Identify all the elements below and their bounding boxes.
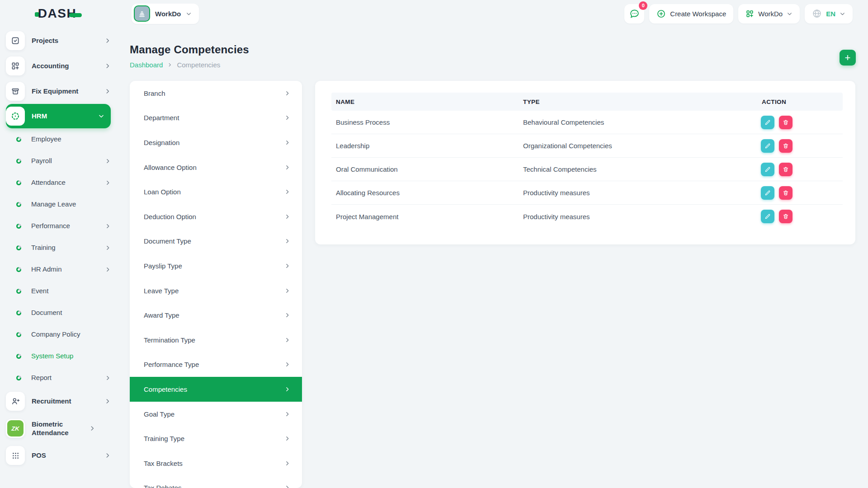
add-competency-button[interactable]: +	[840, 50, 856, 66]
chevron-right-icon	[105, 245, 111, 251]
sidebar-item-attendance[interactable]: Attendance	[6, 172, 111, 193]
setup-item-loan-option[interactable]: Loan Option	[130, 179, 302, 204]
sidebar-item-label: Attendance	[31, 178, 95, 187]
setup-item-training-type[interactable]: Training Type	[130, 426, 302, 451]
sidebar-item-pos[interactable]: POS	[6, 443, 111, 468]
hrm-icon	[6, 107, 25, 126]
messages-button[interactable]: 0	[624, 4, 644, 23]
edit-button[interactable]	[761, 210, 774, 223]
sidebar-item-label: Employee	[31, 135, 111, 144]
chevron-right-icon	[104, 452, 111, 459]
sidebar-item-label: Report	[31, 373, 95, 382]
sidebar-item-company-policy[interactable]: Company Policy	[6, 324, 111, 345]
table-row: Business Process Behavioural Competencie…	[331, 111, 843, 134]
sidebar-item-fix-equipment[interactable]: Fix Equipment	[6, 79, 111, 104]
create-workspace-button[interactable]: Create Workspace	[649, 4, 733, 23]
setup-item-designation[interactable]: Designation	[130, 130, 302, 155]
chevron-down-icon	[186, 11, 192, 17]
setup-item-document-type[interactable]: Document Type	[130, 229, 302, 254]
sidebar-item-hrm[interactable]: HRM	[6, 104, 111, 128]
setup-item-label: Department	[144, 114, 179, 122]
workspace-selector[interactable]: WorkDo	[132, 4, 199, 24]
sidebar-item-performance[interactable]: Performance	[6, 215, 111, 237]
setup-item-branch[interactable]: Branch	[130, 81, 302, 106]
chevron-right-icon	[104, 63, 111, 69]
chevron-right-icon	[284, 164, 290, 170]
chevron-right-icon	[284, 115, 290, 121]
sidebar-item-label: Payroll	[31, 156, 95, 165]
setup-item-label: Deduction Option	[144, 213, 196, 221]
language-selector[interactable]: EN	[805, 4, 853, 23]
dash-logo[interactable]: DASH	[35, 6, 82, 21]
sidebar-item-biometric-attendance[interactable]: ZK Biometric Attendance	[6, 414, 111, 443]
delete-button[interactable]	[779, 186, 793, 200]
chevron-right-icon	[167, 62, 172, 67]
page-title: Manage Competencies	[130, 43, 249, 56]
setup-item-competencies[interactable]: Competencies	[130, 377, 302, 402]
delete-button[interactable]	[779, 116, 793, 129]
sidebar-item-report[interactable]: Report	[6, 367, 111, 389]
edit-button[interactable]	[761, 163, 774, 176]
setup-item-label: Termination Type	[144, 336, 195, 344]
chevron-down-icon	[787, 11, 793, 17]
cell-actions	[757, 210, 843, 223]
sidebar-item-training[interactable]: Training	[6, 237, 111, 258]
sidebar-item-label: Performance	[31, 221, 95, 230]
sidebar-item-label: Document	[31, 308, 111, 317]
setup-item-leave-type[interactable]: Leave Type	[130, 278, 302, 303]
sidebar-item-document[interactable]: Document	[6, 302, 111, 324]
table-row: Allocating Resources Productivity measur…	[331, 181, 843, 205]
setup-item-award-type[interactable]: Award Type	[130, 303, 302, 328]
sidebar-item-employee[interactable]: Employee	[6, 128, 111, 150]
chevron-right-icon	[105, 267, 111, 272]
setup-item-tax-brackets[interactable]: Tax Brackets	[130, 451, 302, 476]
edit-button[interactable]	[761, 116, 774, 129]
chevron-right-icon	[105, 223, 111, 229]
competencies-table-card: NAME TYPE ACTION Business Process Behavi…	[315, 81, 855, 244]
setup-item-performance-type[interactable]: Performance Type	[130, 352, 302, 377]
edit-button[interactable]	[761, 139, 774, 153]
sidebar-item-accounting[interactable]: Accounting	[6, 53, 111, 79]
setup-item-department[interactable]: Department	[130, 106, 302, 131]
trash-icon	[783, 190, 789, 196]
setup-item-allowance-option[interactable]: Allowance Option	[130, 155, 302, 180]
cell-type: Behavioural Competencies	[519, 118, 757, 126]
setup-item-deduction-option[interactable]: Deduction Option	[130, 204, 302, 229]
sidebar-item-payroll[interactable]: Payroll	[6, 150, 111, 172]
edit-button[interactable]	[761, 186, 774, 200]
sidebar-item-recruitment[interactable]: Recruitment	[6, 389, 111, 414]
bullet-icon	[16, 267, 21, 272]
setup-item-tax-rebates[interactable]: Tax Rebates	[130, 476, 302, 488]
sidebar-item-label: POS	[32, 451, 98, 460]
chevron-right-icon	[105, 375, 111, 381]
setup-item-label: Payslip Type	[144, 262, 182, 270]
workdo-menu-label: WorkDo	[758, 10, 783, 18]
breadcrumb-dashboard-link[interactable]: Dashboard	[130, 61, 163, 69]
page-header: Manage Competencies Dashboard Competenci…	[130, 43, 249, 69]
setup-item-payslip-type[interactable]: Payslip Type	[130, 253, 302, 278]
cell-actions	[757, 116, 843, 129]
table-row: Leadership Organizational Competencies	[331, 134, 843, 158]
create-workspace-label: Create Workspace	[670, 10, 726, 18]
cell-name: Project Management	[331, 213, 519, 221]
sidebar-item-label: HR Admin	[31, 265, 95, 274]
bullet-icon	[16, 224, 21, 229]
sidebar-item-manage-leave[interactable]: Manage Leave	[6, 193, 111, 215]
delete-button[interactable]	[779, 163, 793, 176]
language-code: EN	[826, 10, 835, 18]
delete-button[interactable]	[779, 139, 793, 153]
person-plus-icon	[6, 392, 25, 411]
sidebar-item-event[interactable]: Event	[6, 280, 111, 302]
sidebar-item-system-setup[interactable]: System Setup	[6, 345, 111, 367]
setup-item-termination-type[interactable]: Termination Type	[130, 328, 302, 352]
delete-button[interactable]	[779, 210, 793, 223]
sidebar-item-hr-admin[interactable]: HR Admin	[6, 258, 111, 280]
chevron-right-icon	[284, 460, 290, 466]
breadcrumb: Dashboard Competencies	[130, 61, 249, 69]
system-setup-menu: Branch Department Designation Allowance …	[130, 81, 302, 488]
setup-item-label: Tax Rebates	[144, 484, 181, 488]
chevron-right-icon	[104, 88, 111, 94]
workdo-menu-button[interactable]: WorkDo	[738, 4, 800, 23]
setup-item-goal-type[interactable]: Goal Type	[130, 402, 302, 427]
sidebar-item-projects[interactable]: Projects	[6, 28, 111, 53]
